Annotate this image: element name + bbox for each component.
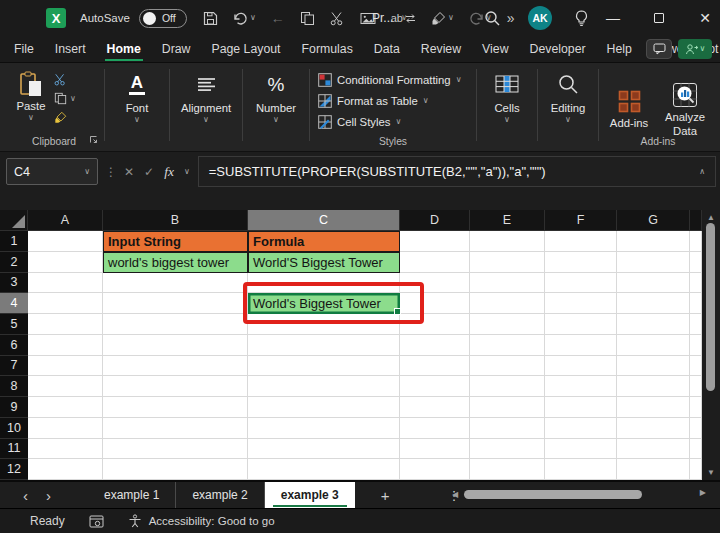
menu-developer[interactable]: Developer: [530, 42, 586, 56]
menu-data[interactable]: Data: [374, 42, 400, 56]
cell-D2[interactable]: [400, 252, 470, 273]
font-group-button[interactable]: A Font ∨: [109, 63, 165, 151]
scroll-up-icon[interactable]: ▲: [702, 213, 720, 222]
autosave-toggle[interactable]: Off: [139, 9, 187, 28]
column-header-F[interactable]: F: [545, 210, 617, 231]
cell-B4[interactable]: [103, 293, 248, 314]
cell-D11[interactable]: [400, 439, 470, 460]
horizontal-scrollbar-thumb[interactable]: [464, 490, 642, 499]
tell-me-button[interactable]: [574, 0, 589, 36]
cell-G8[interactable]: [617, 376, 690, 397]
number-group-button[interactable]: % Number ∨: [247, 63, 305, 151]
cell-D8[interactable]: [400, 376, 470, 397]
cell-G5[interactable]: [617, 314, 690, 335]
cell-B8[interactable]: [103, 376, 248, 397]
cell-A5[interactable]: [28, 314, 103, 335]
cell-E12[interactable]: [470, 459, 545, 480]
document-title[interactable]: Pr... ∨: [372, 0, 407, 36]
cell-F9[interactable]: [545, 397, 617, 418]
column-header-C[interactable]: C: [248, 210, 400, 231]
expand-formula-bar-icon[interactable]: ∧: [699, 168, 705, 176]
maximize-button[interactable]: [650, 0, 668, 36]
cell-C9[interactable]: [248, 397, 400, 418]
cell-D7[interactable]: [400, 356, 470, 377]
cell-E7[interactable]: [470, 356, 545, 377]
sheet-tab-example-2[interactable]: example 2: [176, 482, 264, 508]
row-header-1[interactable]: 1: [0, 231, 28, 252]
column-header-E[interactable]: E: [470, 210, 545, 231]
menu-view[interactable]: View: [482, 42, 508, 56]
cell-E6[interactable]: [470, 335, 545, 356]
row-header-10[interactable]: 10: [0, 418, 28, 439]
row-header-11[interactable]: 11: [0, 439, 28, 460]
chevron-down-icon[interactable]: ∨: [448, 14, 454, 22]
cell-C7[interactable]: [248, 356, 400, 377]
cell-styles-button[interactable]: Cell Styles ∨: [318, 111, 401, 132]
confirm-entry-button[interactable]: ✓: [144, 165, 154, 179]
select-all-button[interactable]: [0, 210, 28, 231]
alignment-group-button[interactable]: Alignment ∨: [174, 63, 238, 151]
cell-A1[interactable]: [28, 231, 103, 252]
cell-G6[interactable]: [617, 335, 690, 356]
cell-F4[interactable]: [545, 293, 617, 314]
menu-page-layout[interactable]: Page Layout: [211, 42, 280, 56]
cell-C11[interactable]: [248, 439, 400, 460]
chevron-down-icon[interactable]: ∨: [250, 14, 256, 22]
clipboard-dialog-launcher[interactable]: [89, 133, 98, 147]
cell-E8[interactable]: [470, 376, 545, 397]
cells-group-button[interactable]: Cells ∨: [481, 63, 533, 151]
cell-F7[interactable]: [545, 356, 617, 377]
save-button[interactable]: [203, 11, 218, 26]
cell-D10[interactable]: [400, 418, 470, 439]
cell-A3[interactable]: [28, 273, 103, 294]
cancel-entry-button[interactable]: ✕: [124, 165, 134, 179]
cell-B2[interactable]: world's biggest tower: [103, 252, 248, 273]
cell-A8[interactable]: [28, 376, 103, 397]
cell-G7[interactable]: [617, 356, 690, 377]
sheet-tab-example-3[interactable]: example 3: [265, 482, 355, 508]
column-header-D[interactable]: D: [400, 210, 470, 231]
row-header-2[interactable]: 2: [0, 252, 28, 273]
cell-E4[interactable]: [470, 293, 545, 314]
cell-F11[interactable]: [545, 439, 617, 460]
copy-button[interactable]: ∨: [54, 92, 76, 105]
horizontal-scrollbar[interactable]: ◀: [452, 488, 708, 500]
undo-button[interactable]: ∨: [233, 11, 256, 26]
next-sheet-button[interactable]: ›: [37, 487, 60, 504]
cell-G2[interactable]: [617, 252, 690, 273]
name-box[interactable]: C4 ∨: [6, 158, 98, 185]
draw-button[interactable]: ∨: [431, 11, 454, 26]
prev-sheet-button[interactable]: ‹: [14, 487, 37, 504]
menu-help[interactable]: Help: [607, 42, 632, 56]
cell-G9[interactable]: [617, 397, 690, 418]
cell-F6[interactable]: [545, 335, 617, 356]
back-button[interactable]: ←: [271, 11, 285, 25]
row-header-3[interactable]: 3: [0, 273, 28, 294]
cell-G1[interactable]: [617, 231, 690, 252]
cell-F3[interactable]: [545, 273, 617, 294]
cell-B7[interactable]: [103, 356, 248, 377]
search-button[interactable]: [484, 0, 501, 36]
cell-D1[interactable]: [400, 231, 470, 252]
cut-icon[interactable]: [54, 73, 67, 86]
cell-G4[interactable]: [617, 293, 690, 314]
cell-B3[interactable]: [103, 273, 248, 294]
menu-review[interactable]: Review: [421, 42, 461, 56]
cell-E3[interactable]: [470, 273, 545, 294]
cell-A11[interactable]: [28, 439, 103, 460]
cell-A10[interactable]: [28, 418, 103, 439]
scroll-down-icon[interactable]: ▼: [702, 468, 720, 477]
cell-G11[interactable]: [617, 439, 690, 460]
cell-E9[interactable]: [470, 397, 545, 418]
paste-button[interactable]: Paste ∨: [8, 71, 54, 122]
cell-F5[interactable]: [545, 314, 617, 335]
new-sheet-button[interactable]: +: [381, 487, 390, 504]
row-header-9[interactable]: 9: [0, 397, 28, 418]
conditional-formatting-button[interactable]: Conditional Formatting ∨: [318, 69, 462, 90]
insert-function-button[interactable]: fx: [164, 164, 174, 180]
close-button[interactable]: ✕: [696, 0, 714, 36]
row-header-7[interactable]: 7: [0, 356, 28, 377]
cell-A12[interactable]: [28, 459, 103, 480]
copy-button[interactable]: [300, 11, 315, 26]
cell-F8[interactable]: [545, 376, 617, 397]
